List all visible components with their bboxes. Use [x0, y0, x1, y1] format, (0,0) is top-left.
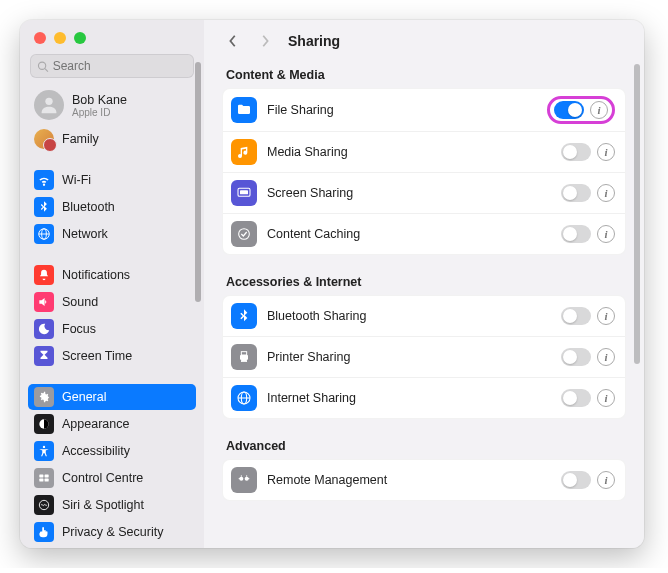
folder-icon: [231, 97, 257, 123]
header: Sharing: [204, 20, 644, 58]
sidebar-item-family[interactable]: Family: [28, 126, 196, 152]
toggle-media-sharing[interactable]: [561, 143, 591, 161]
search-icon: [37, 60, 49, 73]
settings-panel: Remote Managementi: [222, 459, 626, 501]
toggle-screen-sharing[interactable]: [561, 184, 591, 202]
sidebar-scroll: Bob Kane Apple ID Family Wi-FiBluetoothN…: [20, 86, 204, 548]
sidebar-item-screen-time[interactable]: Screen Time: [28, 343, 196, 369]
sidebar-item-general[interactable]: General: [28, 384, 196, 410]
setting-row-file-sharing: File Sharingi: [223, 89, 625, 132]
setting-label: Internet Sharing: [267, 391, 551, 405]
setting-row-media-sharing: Media Sharingi: [223, 132, 625, 173]
sidebar-item-label: Control Centre: [62, 471, 143, 485]
screen-icon: [231, 180, 257, 206]
setting-row-content-caching: Content Cachingi: [223, 214, 625, 254]
sidebar-item-control-centre[interactable]: Control Centre: [28, 465, 196, 491]
toggle-remote-management[interactable]: [561, 471, 591, 489]
account-name: Bob Kane: [72, 93, 127, 107]
content-area: Content & MediaFile SharingiMedia Sharin…: [204, 58, 644, 548]
setting-label: File Sharing: [267, 103, 537, 117]
info-button[interactable]: i: [597, 389, 615, 407]
close-window-button[interactable]: [34, 32, 46, 44]
nav-back-button[interactable]: [224, 32, 242, 50]
setting-row-screen-sharing: Screen Sharingi: [223, 173, 625, 214]
family-icon: [34, 129, 54, 149]
info-button[interactable]: i: [597, 307, 615, 325]
search-input[interactable]: [53, 59, 187, 73]
info-button[interactable]: i: [597, 143, 615, 161]
main-pane: Sharing Content & MediaFile SharingiMedi…: [204, 20, 644, 548]
svg-rect-8: [39, 475, 43, 478]
sidebar-item-notifications[interactable]: Notifications: [28, 262, 196, 288]
svg-rect-19: [241, 352, 246, 355]
sidebar-account[interactable]: Bob Kane Apple ID: [28, 86, 196, 124]
svg-rect-16: [240, 190, 248, 194]
toggle-bluetooth-sharing[interactable]: [561, 307, 591, 325]
sidebar-scrollbar[interactable]: [195, 62, 201, 302]
svg-rect-10: [39, 479, 43, 482]
window-controls: [20, 20, 204, 54]
highlight-ring: i: [547, 96, 615, 124]
sidebar-item-wi-fi[interactable]: Wi-Fi: [28, 167, 196, 193]
setting-label: Remote Management: [267, 473, 551, 487]
gear-icon: [34, 387, 54, 407]
toggle-internet-sharing[interactable]: [561, 389, 591, 407]
toggle-content-caching[interactable]: [561, 225, 591, 243]
page-title: Sharing: [288, 33, 340, 49]
remote-icon: [231, 467, 257, 493]
sidebar-item-label: Notifications: [62, 268, 130, 282]
sidebar-item-bluetooth[interactable]: Bluetooth: [28, 194, 196, 220]
sidebar-item-network[interactable]: Network: [28, 221, 196, 247]
setting-row-internet-sharing: Internet Sharingi: [223, 378, 625, 418]
wifi-icon: [34, 170, 54, 190]
info-button[interactable]: i: [597, 225, 615, 243]
toggle-file-sharing[interactable]: [554, 101, 584, 119]
sound-icon: [34, 292, 54, 312]
svg-point-2: [45, 98, 52, 105]
sidebar-item-sound[interactable]: Sound: [28, 289, 196, 315]
setting-row-remote-management: Remote Managementi: [223, 460, 625, 500]
siri-icon: [34, 495, 54, 515]
info-button[interactable]: i: [590, 101, 608, 119]
control-icon: [34, 468, 54, 488]
svg-point-0: [38, 62, 45, 69]
info-button[interactable]: i: [597, 184, 615, 202]
main-scrollbar[interactable]: [634, 64, 640, 364]
bluetooth-icon: [231, 303, 257, 329]
moon-icon: [34, 319, 54, 339]
search-field[interactable]: [30, 54, 194, 78]
sidebar-item-label: Sound: [62, 295, 98, 309]
sidebar-item-label: Network: [62, 227, 108, 241]
globe-icon: [34, 224, 54, 244]
bluetooth-icon: [34, 197, 54, 217]
hourglass-icon: [34, 346, 54, 366]
avatar-icon: [34, 90, 64, 120]
svg-rect-9: [45, 475, 49, 478]
sidebar-item-accessibility[interactable]: Accessibility: [28, 438, 196, 464]
bell-icon: [34, 265, 54, 285]
minimize-window-button[interactable]: [54, 32, 66, 44]
sidebar-item-siri-spotlight[interactable]: Siri & Spotlight: [28, 492, 196, 518]
toggle-printer-sharing[interactable]: [561, 348, 591, 366]
svg-point-7: [43, 446, 45, 448]
section-title: Content & Media: [222, 62, 626, 88]
settings-window: Bob Kane Apple ID Family Wi-FiBluetoothN…: [20, 20, 644, 548]
info-button[interactable]: i: [597, 348, 615, 366]
sidebar-item-privacy-security[interactable]: Privacy & Security: [28, 519, 196, 545]
sidebar-item-label: Family: [62, 132, 99, 146]
setting-row-printer-sharing: Printer Sharingi: [223, 337, 625, 378]
nav-forward-button[interactable]: [256, 32, 274, 50]
music-icon: [231, 139, 257, 165]
svg-rect-20: [241, 358, 246, 361]
sidebar-item-appearance[interactable]: Appearance: [28, 411, 196, 437]
setting-label: Screen Sharing: [267, 186, 551, 200]
sidebar-item-label: Appearance: [62, 417, 129, 431]
sidebar-item-label: General: [62, 390, 106, 404]
sidebar-item-label: Bluetooth: [62, 200, 115, 214]
info-button[interactable]: i: [597, 471, 615, 489]
appearance-icon: [34, 414, 54, 434]
svg-rect-11: [45, 479, 49, 482]
sidebar-item-focus[interactable]: Focus: [28, 316, 196, 342]
setting-label: Printer Sharing: [267, 350, 551, 364]
fullscreen-window-button[interactable]: [74, 32, 86, 44]
